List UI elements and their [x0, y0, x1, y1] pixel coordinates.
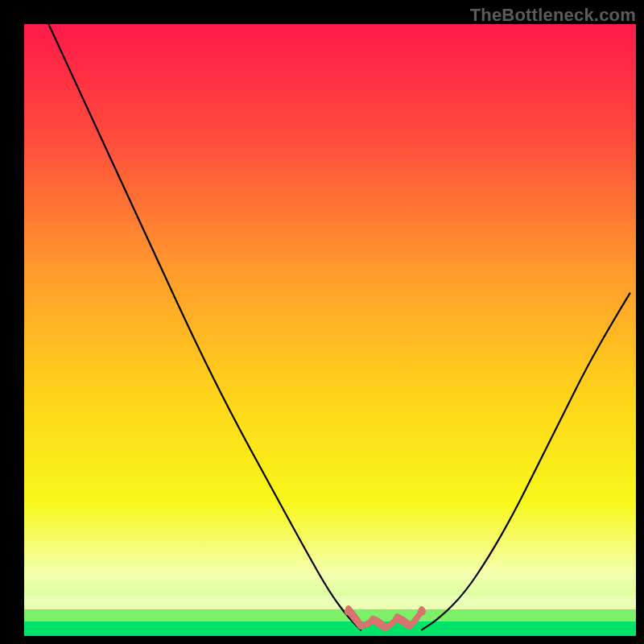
trough-dot-right [418, 608, 426, 616]
chart-frame: TheBottleneck.com [0, 0, 644, 644]
band-lightgreen [24, 609, 636, 621]
chart-svg [0, 0, 644, 644]
band-green [24, 621, 636, 636]
watermark-text: TheBottleneck.com [470, 5, 636, 26]
plot-background [24, 24, 636, 636]
band-pale [24, 596, 636, 609]
trough-dot-left [345, 608, 353, 616]
